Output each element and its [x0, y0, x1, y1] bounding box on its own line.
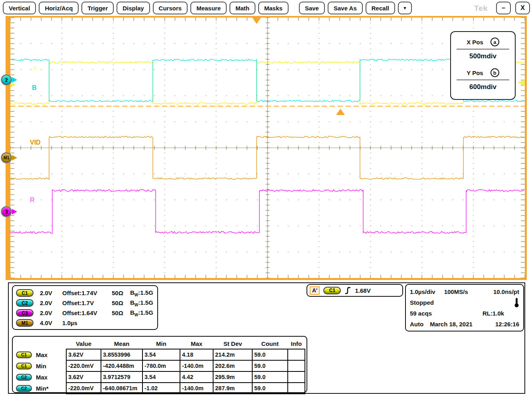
divider — [457, 79, 509, 80]
measurement-value: 295.9m — [213, 371, 252, 383]
measurement-value: 3.54 — [142, 349, 180, 360]
minimize-button[interactable]: – — [496, 2, 511, 14]
menu-button-horiz-acq[interactable]: Horiz/Acq — [39, 2, 79, 14]
menu-button-trigger[interactable]: Trigger — [81, 2, 114, 14]
measurement-row: C2Max3.62V3.97125793.544.42295.9m59.0 — [13, 371, 305, 383]
measurement-header: Min — [142, 338, 180, 349]
menu-dropdown-button[interactable]: ▼ — [398, 2, 412, 14]
measurement-header: Mean — [101, 338, 142, 349]
menu-bar: VerticalHoriz/AcqTriggerDisplayCursorsMe… — [0, 0, 532, 16]
divider — [457, 49, 509, 50]
channel-impedance: 50Ω — [112, 290, 130, 296]
channel-impedance: 50Ω — [112, 310, 130, 316]
measurement-header: Max — [180, 338, 213, 349]
channel-scale: 2.0V — [40, 290, 62, 296]
measurement-value: 4.42 — [180, 371, 213, 383]
measurement-value: 3.54 — [142, 371, 180, 383]
x-pos-label: X Pos — [467, 39, 483, 46]
measurement-value: 3.9712579 — [101, 371, 142, 383]
close-button[interactable]: X — [515, 2, 530, 14]
date: March 18, 2021 — [430, 321, 473, 328]
measurement-value: 59.0 — [252, 371, 288, 383]
measurement-value: 202.6m — [213, 360, 252, 371]
c1-position-arrow-right — [518, 79, 525, 86]
channel-pill-c2[interactable]: C2 — [16, 299, 34, 307]
channel-bandwidth: BW:1.5G — [130, 299, 153, 307]
channel-offset: Offset:1.64V — [62, 310, 112, 316]
measurement-value: -420.4488m — [101, 360, 142, 371]
menu-button-save-as[interactable]: Save As — [328, 2, 363, 14]
y-pos-value: 600mdiv — [456, 83, 510, 91]
measurement-channel-pill[interactable]: C1 — [16, 351, 32, 358]
timebase-box: 1.0µs/div 100MS/s 10.0ns/pt Stopped 59 a… — [405, 284, 524, 332]
menu-button-recall[interactable]: Recall — [366, 2, 395, 14]
x-pos-value: 500mdiv — [456, 52, 510, 60]
menu-button-masks[interactable]: Masks — [258, 2, 289, 14]
knob-a-badge[interactable]: a — [490, 38, 499, 46]
measurement-channel-pill[interactable]: C2 — [16, 385, 32, 392]
channel-offset: 1.0µs — [62, 320, 112, 326]
measurement-value: 214.2m — [213, 349, 252, 360]
channel-offset: Offset:1.74V — [62, 290, 112, 296]
trace-label-vid: VID — [30, 139, 41, 146]
channel-row-c3: C32.0VOffset:1.64V50ΩBW:1.5G — [16, 308, 154, 318]
time: 12:26:16 — [495, 321, 519, 328]
measurement-channel-pill[interactable]: C1 — [16, 363, 32, 369]
menu-button-math[interactable]: Math — [229, 2, 255, 14]
channel-marker-2[interactable]: 2 — [1, 75, 12, 85]
y-pos-label: Y Pos — [467, 69, 483, 76]
measurement-row: C2Min*-220.0mV-640.08671m-1.02-140.0m287… — [13, 383, 305, 394]
trigger-position-marker — [252, 18, 261, 24]
channel-marker-3[interactable]: 3 — [1, 206, 12, 217]
channel-impedance: 50Ω — [112, 300, 130, 306]
sample-rate: 100MS/s — [444, 288, 468, 295]
trigger-source-badge[interactable]: A' — [310, 286, 320, 295]
channel-pill-c3[interactable]: C3 — [16, 309, 34, 317]
channel-settings-box: C12.0VOffset:1.74V50ΩBW:1.5GC22.0VOffset… — [12, 285, 158, 330]
resolution: 10.0ns/pt — [493, 288, 519, 295]
thermometer-icon — [514, 298, 519, 308]
menu-buttons: VerticalHoriz/AcqTriggerDisplayCursorsMe… — [3, 2, 412, 14]
measurement-value — [288, 371, 305, 383]
measurement-value: 59.0 — [252, 383, 288, 394]
acquisition-status: Stopped — [410, 299, 434, 306]
measurement-value: 4.18 — [180, 349, 213, 360]
knob-b-badge[interactable]: b — [490, 68, 499, 77]
channel-offset: Offset:1.7V — [62, 300, 112, 306]
measurement-value: -220.0mV — [66, 383, 101, 394]
measurement-value: 3.62V — [66, 371, 101, 383]
menu-button-save[interactable]: Save — [299, 2, 325, 14]
channel-row-c1: C12.0VOffset:1.74V50ΩBW:1.5G — [16, 288, 154, 298]
menu-button-measure[interactable]: Measure — [190, 2, 227, 14]
measurement-header: Value — [66, 338, 101, 349]
trigger-channel-pill[interactable]: C1 — [323, 287, 341, 294]
timebase-scale: 1.0µs/div — [410, 288, 435, 295]
measurement-table: ValueMeanMinMaxSt DevCountInfoC1Max3.62V… — [13, 338, 305, 394]
measurement-name: Max — [36, 374, 47, 381]
menu-button-display[interactable]: Display — [117, 2, 150, 14]
menu-button-cursors[interactable]: Cursors — [153, 2, 188, 14]
rising-edge-icon — [344, 287, 351, 294]
trigger-level-value: 1.68V — [355, 287, 370, 294]
acquisition-count: 59 acqs — [410, 310, 483, 317]
tek-logo: Tek — [474, 4, 488, 13]
c1-position-arrow-left — [10, 82, 16, 87]
measurement-name: Min — [36, 363, 46, 369]
channel-pill-m1[interactable]: M1 — [16, 319, 34, 327]
measurement-value — [288, 383, 305, 394]
measurement-value: -220.0mV — [66, 360, 101, 371]
measurement-header: Count — [252, 338, 288, 349]
measurement-table-box: ValueMeanMinMaxSt DevCountInfoC1Max3.62V… — [12, 336, 307, 393]
record-length: RL:1.0k — [483, 310, 504, 317]
trace-label-b: B — [32, 84, 37, 91]
measurement-value: -140.0m — [180, 360, 213, 371]
marker-arrow-icon — [12, 155, 17, 161]
channel-pill-c1[interactable]: C1 — [16, 289, 34, 297]
menu-button-vertical[interactable]: Vertical — [3, 2, 36, 14]
channel-marker-m1[interactable]: M1 — [1, 153, 12, 163]
measurement-value: -640.08671m — [101, 383, 142, 394]
position-panel: X Pos a 500mdiv Y Pos b 600mdiv — [450, 31, 516, 100]
waveform-display: ABVIDR 2M13 X Pos a 500mdiv Y Pos b 600m… — [6, 16, 527, 280]
trigger-readout-box: A' C1 1.68V — [307, 284, 403, 297]
measurement-channel-pill[interactable]: C2 — [16, 374, 32, 381]
